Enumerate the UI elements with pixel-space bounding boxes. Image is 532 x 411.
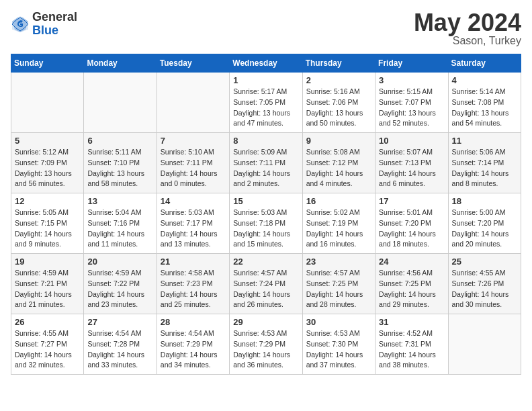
- day-number: 29: [233, 317, 298, 327]
- day-info: Sunrise: 5:08 AMSunset: 7:12 PMDaylight:…: [306, 147, 371, 189]
- calendar-week-row: 12Sunrise: 5:05 AMSunset: 7:15 PMDayligh…: [11, 193, 521, 254]
- day-number: 12: [15, 196, 80, 206]
- logo-icon: [11, 15, 30, 34]
- day-info: Sunrise: 5:16 AMSunset: 7:06 PMDaylight:…: [306, 87, 371, 129]
- logo-general: General: [32, 11, 77, 24]
- day-number: 14: [161, 196, 226, 206]
- day-info: Sunrise: 5:11 AMSunset: 7:10 PMDaylight:…: [87, 147, 152, 189]
- day-info: Sunrise: 5:15 AMSunset: 7:07 PMDaylight:…: [379, 87, 444, 129]
- calendar-cell: 5Sunrise: 5:12 AMSunset: 7:09 PMDaylight…: [11, 133, 84, 193]
- day-info: Sunrise: 4:56 AMSunset: 7:25 PMDaylight:…: [379, 268, 444, 310]
- day-info: Sunrise: 4:57 AMSunset: 7:24 PMDaylight:…: [233, 268, 298, 310]
- day-number: 27: [87, 317, 152, 327]
- day-number: 4: [452, 75, 517, 85]
- calendar-table: SundayMondayTuesdayWednesdayThursdayFrid…: [11, 54, 521, 375]
- month-title: May 2024: [414, 11, 521, 35]
- day-number: 17: [379, 196, 444, 206]
- day-info: Sunrise: 5:05 AMSunset: 7:15 PMDaylight:…: [15, 208, 80, 250]
- calendar-cell: 22Sunrise: 4:57 AMSunset: 7:24 PMDayligh…: [230, 254, 302, 314]
- day-number: 16: [306, 196, 371, 206]
- day-number: 21: [161, 257, 226, 267]
- calendar-cell: 28Sunrise: 4:54 AMSunset: 7:29 PMDayligh…: [157, 314, 229, 375]
- day-info: Sunrise: 5:12 AMSunset: 7:09 PMDaylight:…: [15, 147, 80, 189]
- calendar-cell: 8Sunrise: 5:09 AMSunset: 7:11 PMDaylight…: [230, 133, 302, 193]
- day-info: Sunrise: 5:09 AMSunset: 7:11 PMDaylight:…: [233, 147, 298, 189]
- day-info: Sunrise: 4:53 AMSunset: 7:30 PMDaylight:…: [306, 328, 371, 371]
- day-info: Sunrise: 4:59 AMSunset: 7:21 PMDaylight:…: [15, 268, 80, 310]
- day-number: 28: [161, 317, 226, 327]
- day-info: Sunrise: 5:03 AMSunset: 7:17 PMDaylight:…: [161, 208, 226, 250]
- calendar-cell: 31Sunrise: 4:52 AMSunset: 7:31 PMDayligh…: [375, 314, 448, 375]
- calendar-cell: [84, 73, 157, 133]
- day-info: Sunrise: 5:06 AMSunset: 7:14 PMDaylight:…: [452, 147, 517, 189]
- calendar-cell: 13Sunrise: 5:04 AMSunset: 7:16 PMDayligh…: [84, 193, 157, 254]
- calendar-cell: 14Sunrise: 5:03 AMSunset: 7:17 PMDayligh…: [157, 193, 229, 254]
- day-info: Sunrise: 5:00 AMSunset: 7:20 PMDaylight:…: [452, 208, 517, 250]
- calendar-week-row: 26Sunrise: 4:55 AMSunset: 7:27 PMDayligh…: [11, 314, 521, 375]
- page-header: General Blue May 2024 Sason, Turkey: [11, 11, 521, 47]
- calendar-cell: 16Sunrise: 5:02 AMSunset: 7:19 PMDayligh…: [302, 193, 375, 254]
- day-info: Sunrise: 5:07 AMSunset: 7:13 PMDaylight:…: [379, 147, 444, 189]
- calendar-cell: 23Sunrise: 4:57 AMSunset: 7:25 PMDayligh…: [302, 254, 375, 314]
- day-number: 20: [87, 257, 152, 267]
- calendar-cell: 11Sunrise: 5:06 AMSunset: 7:14 PMDayligh…: [448, 133, 521, 193]
- day-number: 7: [161, 136, 226, 146]
- logo: General Blue: [11, 11, 77, 38]
- calendar-cell: 17Sunrise: 5:01 AMSunset: 7:20 PMDayligh…: [375, 193, 448, 254]
- calendar-cell: 15Sunrise: 5:03 AMSunset: 7:18 PMDayligh…: [230, 193, 302, 254]
- day-number: 30: [306, 317, 371, 327]
- calendar-cell: 18Sunrise: 5:00 AMSunset: 7:20 PMDayligh…: [448, 193, 521, 254]
- day-info: Sunrise: 4:57 AMSunset: 7:25 PMDaylight:…: [306, 268, 371, 310]
- day-number: 5: [15, 136, 80, 146]
- day-number: 19: [15, 257, 80, 267]
- calendar-week-row: 19Sunrise: 4:59 AMSunset: 7:21 PMDayligh…: [11, 254, 521, 314]
- day-info: Sunrise: 4:55 AMSunset: 7:27 PMDaylight:…: [15, 328, 80, 371]
- calendar-cell: 30Sunrise: 4:53 AMSunset: 7:30 PMDayligh…: [302, 314, 375, 375]
- column-header-saturday: Saturday: [448, 54, 521, 73]
- day-number: 18: [452, 196, 517, 206]
- calendar-cell: 2Sunrise: 5:16 AMSunset: 7:06 PMDaylight…: [302, 73, 375, 133]
- column-header-tuesday: Tuesday: [157, 54, 229, 73]
- calendar-cell: 24Sunrise: 4:56 AMSunset: 7:25 PMDayligh…: [375, 254, 448, 314]
- calendar-cell: 27Sunrise: 4:54 AMSunset: 7:28 PMDayligh…: [84, 314, 157, 375]
- calendar-cell: 10Sunrise: 5:07 AMSunset: 7:13 PMDayligh…: [375, 133, 448, 193]
- day-number: 8: [233, 136, 298, 146]
- day-info: Sunrise: 5:04 AMSunset: 7:16 PMDaylight:…: [87, 208, 152, 250]
- logo-text: General Blue: [32, 11, 77, 38]
- day-number: 15: [233, 196, 298, 206]
- calendar-cell: 7Sunrise: 5:10 AMSunset: 7:11 PMDaylight…: [157, 133, 229, 193]
- day-info: Sunrise: 5:03 AMSunset: 7:18 PMDaylight:…: [233, 208, 298, 250]
- calendar-cell: 29Sunrise: 4:53 AMSunset: 7:29 PMDayligh…: [230, 314, 302, 375]
- day-info: Sunrise: 4:54 AMSunset: 7:28 PMDaylight:…: [87, 328, 152, 371]
- calendar-cell: 6Sunrise: 5:11 AMSunset: 7:10 PMDaylight…: [84, 133, 157, 193]
- calendar-cell: [448, 314, 521, 375]
- day-info: Sunrise: 5:10 AMSunset: 7:11 PMDaylight:…: [161, 147, 226, 189]
- column-header-monday: Monday: [84, 54, 157, 73]
- day-number: 2: [306, 75, 371, 85]
- day-number: 24: [379, 257, 444, 267]
- calendar-cell: 9Sunrise: 5:08 AMSunset: 7:12 PMDaylight…: [302, 133, 375, 193]
- day-number: 26: [15, 317, 80, 327]
- location: Sason, Turkey: [414, 35, 521, 47]
- title-block: May 2024 Sason, Turkey: [414, 11, 521, 47]
- column-header-friday: Friday: [375, 54, 448, 73]
- day-number: 9: [306, 136, 371, 146]
- day-info: Sunrise: 5:17 AMSunset: 7:05 PMDaylight:…: [233, 87, 298, 129]
- day-number: 6: [87, 136, 152, 146]
- day-number: 11: [452, 136, 517, 146]
- calendar-cell: 4Sunrise: 5:14 AMSunset: 7:08 PMDaylight…: [448, 73, 521, 133]
- calendar-header-row: SundayMondayTuesdayWednesdayThursdayFrid…: [11, 54, 521, 73]
- day-number: 25: [452, 257, 517, 267]
- day-info: Sunrise: 4:58 AMSunset: 7:23 PMDaylight:…: [161, 268, 226, 310]
- day-info: Sunrise: 4:54 AMSunset: 7:29 PMDaylight:…: [161, 328, 226, 371]
- day-number: 3: [379, 75, 444, 85]
- calendar-cell: 12Sunrise: 5:05 AMSunset: 7:15 PMDayligh…: [11, 193, 84, 254]
- day-info: Sunrise: 5:01 AMSunset: 7:20 PMDaylight:…: [379, 208, 444, 250]
- calendar-cell: 20Sunrise: 4:59 AMSunset: 7:22 PMDayligh…: [84, 254, 157, 314]
- calendar-week-row: 1Sunrise: 5:17 AMSunset: 7:05 PMDaylight…: [11, 73, 521, 133]
- column-header-thursday: Thursday: [302, 54, 375, 73]
- calendar-cell: [157, 73, 229, 133]
- calendar-cell: [11, 73, 84, 133]
- column-header-wednesday: Wednesday: [230, 54, 302, 73]
- day-number: 31: [379, 317, 444, 327]
